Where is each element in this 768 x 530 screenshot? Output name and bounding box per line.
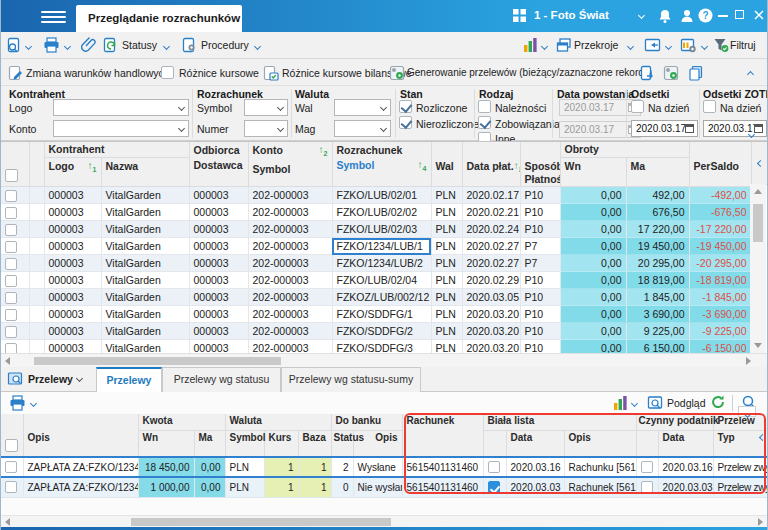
- data-powstania-od-field[interactable]: 2020.03.17: [559, 99, 641, 116]
- cell-wn[interactable]: 0,00: [560, 340, 626, 354]
- cell-odbiorca[interactable]: 000003: [189, 221, 248, 238]
- cell-sposob[interactable]: P10: [520, 221, 560, 238]
- cell-data-plat[interactable]: 2020.02.21: [462, 204, 520, 221]
- cell-konto[interactable]: 202-000003: [248, 238, 332, 255]
- tab-przelewy-wg-statusu-sumy[interactable]: Przelewy wg statusu-sumy: [281, 367, 421, 392]
- rozliczone-checkbox[interactable]: [399, 100, 412, 113]
- rozrachunek-row[interactable]: 000003VitalGarden000003202-000003FZKO/SD…: [1, 306, 751, 323]
- row-checkbox[interactable]: [1, 255, 29, 272]
- filtruj-button[interactable]: Filtruj: [730, 39, 756, 51]
- cell-wn[interactable]: 0,00: [560, 204, 626, 221]
- cell-bl-data[interactable]: 2020.03.03: [506, 477, 564, 497]
- cell-nazwa[interactable]: VitalGarden: [101, 238, 189, 255]
- rozrachunek-row[interactable]: 000003VitalGarden000003202-000003FZKO/SD…: [1, 340, 751, 354]
- czynny-podatnik-checkbox[interactable]: [636, 477, 658, 497]
- biala-lista-group-header[interactable]: Biała lista: [483, 414, 636, 430]
- cell-konto[interactable]: 202-000003: [248, 289, 332, 306]
- filter-icon[interactable]: [713, 37, 729, 53]
- cell-sposob[interactable]: P10: [520, 272, 560, 289]
- cell-rozrachunek-symbol[interactable]: FZKO/LUB/02/04: [332, 272, 431, 289]
- odbiorca-column-header[interactable]: OdbiorcaDostawca: [189, 142, 248, 187]
- scroll-right-icon[interactable]: [758, 518, 763, 526]
- cell-wal[interactable]: PLN: [431, 323, 462, 340]
- cell-symbol[interactable]: PLN: [225, 477, 264, 497]
- statusy-button[interactable]: Statusy: [122, 39, 157, 51]
- cell-logo[interactable]: 000003: [44, 187, 101, 204]
- cell-rozrachunek-symbol[interactable]: FZKOZ/LUB/002/12: [332, 289, 431, 306]
- cell-nazwa[interactable]: VitalGarden: [101, 272, 189, 289]
- cell-persaldo[interactable]: -3 690,00: [689, 306, 751, 323]
- collapse-transfers-panel-button[interactable]: [738, 406, 756, 417]
- cell-przelew-typ[interactable]: Przelew zwykły: [713, 477, 768, 497]
- user-profile-icon[interactable]: [679, 8, 695, 24]
- cell-konto[interactable]: 202-000003: [248, 323, 332, 340]
- cell-data-plat[interactable]: 2020.02.27: [462, 238, 520, 255]
- transfers-print-dropdown-icon[interactable]: [30, 400, 37, 407]
- cell-ma[interactable]: 1 845,00: [626, 289, 689, 306]
- cell-sposob[interactable]: P7: [520, 238, 560, 255]
- cell-persaldo[interactable]: -1 845,00: [689, 289, 751, 306]
- cell-konto[interactable]: 202-000003: [248, 340, 332, 354]
- zotp-date-field[interactable]: 2020.03.17: [703, 120, 767, 137]
- scroll-down-icon[interactable]: [754, 343, 762, 348]
- cell-logo[interactable]: 000003: [44, 255, 101, 272]
- sposob-platnosci-column-header[interactable]: SposóbPłatności: [520, 142, 560, 187]
- cell-persaldo[interactable]: -492,00: [689, 187, 751, 204]
- tab-przelewy-wg-statusu[interactable]: Przelewy wg statusu: [162, 367, 281, 392]
- cell-persaldo[interactable]: -6 150,00: [689, 340, 751, 354]
- transfers-panel-icon[interactable]: [7, 371, 24, 387]
- podglad-icon[interactable]: [647, 395, 664, 411]
- cell-sposob[interactable]: P10: [520, 187, 560, 204]
- cell-konto[interactable]: 202-000003: [248, 255, 332, 272]
- cell-nazwa[interactable]: VitalGarden: [101, 289, 189, 306]
- obroty-group-header[interactable]: Obroty: [560, 142, 689, 158]
- row-checkbox[interactable]: [1, 306, 29, 323]
- cell-rozrachunek-symbol[interactable]: FZKO/SDDFG/2: [332, 323, 431, 340]
- cell-wal[interactable]: PLN: [431, 306, 462, 323]
- cell-przelew-typ[interactable]: Przelew zwykły: [713, 457, 768, 477]
- row-checkbox[interactable]: [1, 323, 29, 340]
- dock-panel-dropdown-icon[interactable]: [665, 43, 672, 50]
- cell-kurs[interactable]: 1: [264, 457, 298, 477]
- dobanku-group-header[interactable]: Do banku: [331, 414, 402, 430]
- cell-wn[interactable]: 0,00: [560, 221, 626, 238]
- cell-odbiorca[interactable]: 000003: [189, 289, 248, 306]
- cell-status[interactable]: 0: [331, 477, 353, 497]
- cell-ma[interactable]: 492,00: [626, 187, 689, 204]
- opis-column-header[interactable]: Opis: [23, 414, 138, 457]
- cell-nazwa[interactable]: VitalGarden: [101, 323, 189, 340]
- przekroje-icon[interactable]: [556, 37, 572, 53]
- cell-wn[interactable]: 0,00: [560, 306, 626, 323]
- ma-column-header[interactable]: Ma: [194, 430, 225, 457]
- zmiana-warunkow-button[interactable]: Zmiana warunków handlowych: [26, 67, 170, 79]
- rozrachunek-row[interactable]: 000003VitalGarden000003202-000003FZKO/LU…: [1, 272, 751, 289]
- cell-kurs[interactable]: 1: [264, 477, 298, 497]
- company-dropdown-icon[interactable]: [638, 12, 645, 19]
- cell-logo[interactable]: 000003: [44, 306, 101, 323]
- cell-rachunek[interactable]: 5615401131460: [402, 477, 483, 497]
- cell-persaldo[interactable]: -19 450,00: [689, 238, 751, 255]
- cell-opis[interactable]: ZAPŁATA ZA:FZKO/1234/L: [23, 477, 138, 497]
- roznice-kursowe-checkbox[interactable]: [161, 66, 174, 79]
- cell-wal[interactable]: PLN: [431, 204, 462, 221]
- cell-sposob[interactable]: P10: [520, 340, 560, 354]
- cell-konto[interactable]: 202-000003: [248, 306, 332, 323]
- cell-wn[interactable]: 0,00: [560, 238, 626, 255]
- cp-data-column-header[interactable]: Data: [658, 430, 713, 457]
- biala-lista-checkbox[interactable]: [483, 477, 506, 497]
- rozrachunek-row[interactable]: 000003VitalGarden000003202-000003FZKO/SD…: [1, 323, 751, 340]
- konto-column-header[interactable]: Konto↑2Symbol: [248, 142, 332, 187]
- logo-column-header[interactable]: Logo↑1: [44, 158, 101, 187]
- cell-data-plat[interactable]: 2020.02.27: [462, 255, 520, 272]
- cell-logo[interactable]: 000003: [44, 272, 101, 289]
- waluta-group-header[interactable]: Waluta: [225, 414, 331, 430]
- kontrahent-logo-combo[interactable]: [53, 99, 189, 116]
- generowanie-przelewow-icon[interactable]: [389, 65, 405, 81]
- rozrachunek-row[interactable]: 000003VitalGarden000003202-000003FZKO/LU…: [1, 187, 751, 204]
- statusy-icon[interactable]: [103, 37, 119, 53]
- cell-logo[interactable]: 000003: [44, 289, 101, 306]
- cell-ma[interactable]: 9 225,00: [626, 323, 689, 340]
- tab-przelewy[interactable]: Przelewy: [96, 367, 162, 392]
- transfers-chart-icon[interactable]: [613, 395, 628, 411]
- cell-sposob[interactable]: P7: [520, 255, 560, 272]
